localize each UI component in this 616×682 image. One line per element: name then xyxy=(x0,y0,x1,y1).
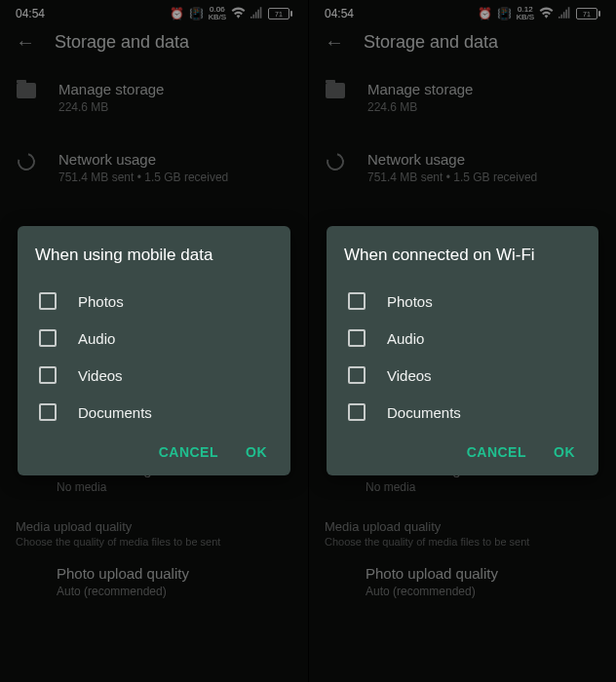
option-label: Audio xyxy=(78,330,115,347)
option-label: Videos xyxy=(78,367,123,384)
option-documents[interactable]: Documents xyxy=(35,394,273,431)
checkbox-icon[interactable] xyxy=(348,403,366,421)
checkbox-icon[interactable] xyxy=(39,292,57,310)
option-audio[interactable]: Audio xyxy=(35,320,273,357)
checkbox-icon[interactable] xyxy=(39,329,57,347)
option-label: Documents xyxy=(78,404,152,421)
cancel-button[interactable]: CANCEL xyxy=(467,444,526,460)
option-label: Videos xyxy=(387,367,432,384)
checkbox-icon[interactable] xyxy=(39,403,57,421)
cancel-button[interactable]: CANCEL xyxy=(159,444,218,460)
ok-button[interactable]: OK xyxy=(246,444,267,460)
checkbox-icon[interactable] xyxy=(348,366,366,384)
dialog-mobile-data: When using mobile data Photos Audio Vide… xyxy=(18,226,290,475)
screen-mobile-data: 04:54 ⏰ 📳 0.06 KB/S 71 ← Storage and dat… xyxy=(0,0,308,682)
ok-button[interactable]: OK xyxy=(554,444,575,460)
checkbox-icon[interactable] xyxy=(348,292,366,310)
dialog-title: When connected on Wi-Fi xyxy=(344,246,581,265)
checkbox-icon[interactable] xyxy=(39,366,57,384)
option-label: Audio xyxy=(387,330,424,347)
option-photos[interactable]: Photos xyxy=(344,283,581,320)
checkbox-icon[interactable] xyxy=(348,329,366,347)
dialog-title: When using mobile data xyxy=(35,246,273,265)
dialog-wifi: When connected on Wi-Fi Photos Audio Vid… xyxy=(327,226,598,475)
option-videos[interactable]: Videos xyxy=(35,357,273,394)
option-label: Photos xyxy=(387,293,433,310)
screen-wifi: 04:54 ⏰ 📳 0.12 KB/S 71 ← Storage and dat… xyxy=(308,0,616,682)
option-photos[interactable]: Photos xyxy=(35,283,273,320)
option-label: Photos xyxy=(78,293,124,310)
option-audio[interactable]: Audio xyxy=(344,320,581,357)
option-label: Documents xyxy=(387,404,461,421)
option-videos[interactable]: Videos xyxy=(344,357,581,394)
option-documents[interactable]: Documents xyxy=(344,394,581,431)
